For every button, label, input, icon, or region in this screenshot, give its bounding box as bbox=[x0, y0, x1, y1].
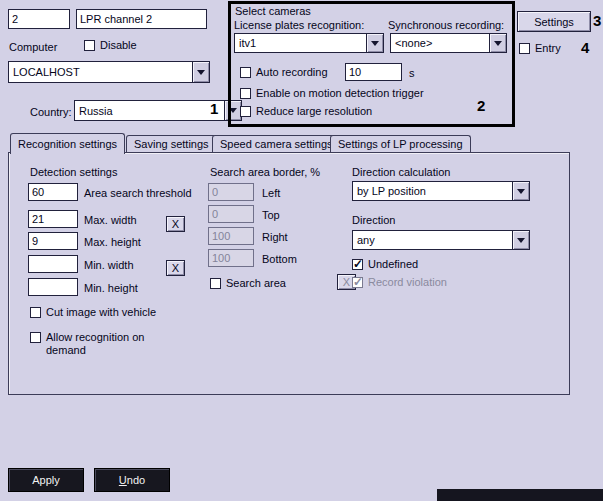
allow-recognition-checkbox[interactable]: Allow recognition on demand bbox=[30, 331, 165, 357]
search-area-left-field bbox=[208, 183, 254, 201]
search-area-left-label: Left bbox=[262, 187, 280, 200]
cut-image-label: Cut image with vehicle bbox=[46, 306, 156, 319]
search-area-border-title: Search area border, % bbox=[210, 166, 320, 179]
search-area-bottom-field bbox=[208, 249, 254, 267]
computer-select[interactable]: LOCALHOST bbox=[8, 61, 210, 83]
sync-recording-label: Synchronous recording: bbox=[388, 19, 504, 32]
min-width-field[interactable] bbox=[28, 255, 78, 273]
max-height-label: Max. height bbox=[84, 236, 141, 249]
disable-checkbox[interactable]: Disable bbox=[84, 39, 137, 52]
channel-name-field[interactable] bbox=[76, 9, 207, 29]
direction-calculation-select[interactable]: by LP position bbox=[352, 181, 530, 201]
tab-settings-of-lp-processing[interactable]: Settings of LP processing bbox=[330, 135, 471, 152]
min-size-pick-button[interactable]: X bbox=[166, 260, 185, 276]
annotation-4: 4 bbox=[581, 39, 589, 56]
lpr-recognition-select[interactable]: itv1 bbox=[234, 33, 384, 53]
checkbox-box bbox=[240, 88, 251, 99]
tab-recognition-settings[interactable]: Recognition settings bbox=[10, 133, 125, 154]
auto-recording-label: Auto recording bbox=[256, 66, 328, 79]
annotation-1: 1 bbox=[210, 100, 218, 117]
apply-button-label: Apply bbox=[32, 474, 60, 486]
search-area-checkbox[interactable]: Search area bbox=[210, 277, 286, 290]
computer-select-value: LOCALHOST bbox=[9, 66, 192, 78]
undo-button-label: Undo bbox=[119, 474, 145, 486]
checkbox-box bbox=[240, 106, 251, 117]
auto-recording-checkbox[interactable]: Auto recording bbox=[240, 66, 328, 79]
area-search-threshold-field[interactable] bbox=[28, 183, 78, 201]
undefined-checkbox-label: Undefined bbox=[368, 258, 418, 271]
chevron-down-icon[interactable] bbox=[489, 34, 506, 52]
direction-calculation-title: Direction calculation bbox=[352, 166, 450, 179]
checkbox-box bbox=[84, 40, 95, 51]
checkbox-box bbox=[30, 332, 41, 343]
record-violation-checkbox: Record violation bbox=[352, 276, 447, 289]
lpr-recognition-label: License plates recognition: bbox=[234, 19, 364, 32]
max-size-pick-button[interactable]: X bbox=[166, 216, 185, 232]
sync-recording-select-value: <none> bbox=[391, 37, 489, 49]
annotation-3: 3 bbox=[593, 12, 601, 29]
allow-recognition-label: Allow recognition on demand bbox=[46, 331, 158, 357]
cut-image-checkbox[interactable]: Cut image with vehicle bbox=[30, 306, 156, 319]
direction-select[interactable]: any bbox=[352, 230, 530, 250]
motion-trigger-label: Enable on motion detection trigger bbox=[256, 87, 424, 100]
tab-speed-camera-settings[interactable]: Speed camera settings bbox=[212, 135, 341, 152]
search-area-bottom-label: Bottom bbox=[262, 253, 297, 266]
annotation-2: 2 bbox=[477, 97, 485, 114]
tab-saving-settings[interactable]: Saving settings bbox=[126, 135, 217, 152]
min-height-label: Min. height bbox=[84, 282, 138, 295]
min-height-field[interactable] bbox=[28, 278, 78, 296]
background-window-strip bbox=[437, 489, 603, 501]
chevron-down-icon[interactable] bbox=[512, 182, 529, 200]
apply-button[interactable]: Apply bbox=[8, 468, 84, 492]
lpr-recognition-select-value: itv1 bbox=[235, 37, 366, 49]
disable-checkbox-label: Disable bbox=[100, 39, 137, 52]
direction-calculation-select-value: by LP position bbox=[353, 185, 512, 197]
chevron-down-icon[interactable] bbox=[512, 231, 529, 249]
max-width-field[interactable] bbox=[28, 210, 78, 228]
min-width-label: Min. width bbox=[84, 259, 134, 272]
checkbox-box bbox=[519, 43, 530, 54]
entry-checkbox[interactable]: Entry bbox=[519, 42, 561, 55]
chevron-down-icon[interactable] bbox=[366, 34, 383, 52]
entry-checkbox-label: Entry bbox=[535, 42, 561, 55]
undo-button[interactable]: Undo bbox=[94, 468, 170, 492]
auto-recording-time-field[interactable] bbox=[345, 63, 402, 81]
country-select-value: Russia bbox=[75, 105, 224, 117]
seconds-unit-label: s bbox=[409, 67, 415, 80]
direction-select-value: any bbox=[353, 234, 512, 246]
search-area-right-label: Right bbox=[262, 231, 288, 244]
chevron-down-icon[interactable] bbox=[192, 62, 209, 82]
checkbox-box bbox=[352, 277, 363, 288]
undefined-checkbox[interactable]: Undefined bbox=[352, 258, 418, 271]
search-area-checkbox-label: Search area bbox=[226, 277, 286, 290]
area-search-threshold-label: Area search threshold bbox=[84, 187, 192, 200]
max-height-field[interactable] bbox=[28, 232, 78, 250]
record-violation-checkbox-label: Record violation bbox=[368, 276, 447, 289]
channel-id-field[interactable] bbox=[8, 9, 70, 29]
select-cameras-title: Select cameras bbox=[235, 5, 311, 18]
checkbox-box bbox=[30, 307, 41, 318]
checkbox-box bbox=[352, 259, 363, 270]
direction-label: Direction bbox=[352, 214, 395, 227]
reduce-resolution-checkbox[interactable]: Reduce large resolution bbox=[240, 105, 372, 118]
reduce-resolution-label: Reduce large resolution bbox=[256, 105, 372, 118]
motion-trigger-checkbox[interactable]: Enable on motion detection trigger bbox=[240, 87, 424, 100]
computer-label: Computer bbox=[9, 41, 57, 54]
search-area-top-field bbox=[208, 205, 254, 223]
sync-recording-select[interactable]: <none> bbox=[390, 33, 507, 53]
search-area-right-field bbox=[208, 227, 254, 245]
checkbox-box bbox=[210, 278, 221, 289]
settings-button[interactable]: Settings bbox=[517, 11, 591, 32]
lpr-channel-settings-window: Computer Disable LOCALHOST Country: Russ… bbox=[0, 0, 603, 501]
search-area-top-label: Top bbox=[262, 209, 280, 222]
detection-settings-title: Detection settings bbox=[30, 166, 117, 179]
max-width-label: Max. width bbox=[84, 214, 137, 227]
country-label: Country: bbox=[30, 106, 72, 119]
checkbox-box bbox=[240, 67, 251, 78]
